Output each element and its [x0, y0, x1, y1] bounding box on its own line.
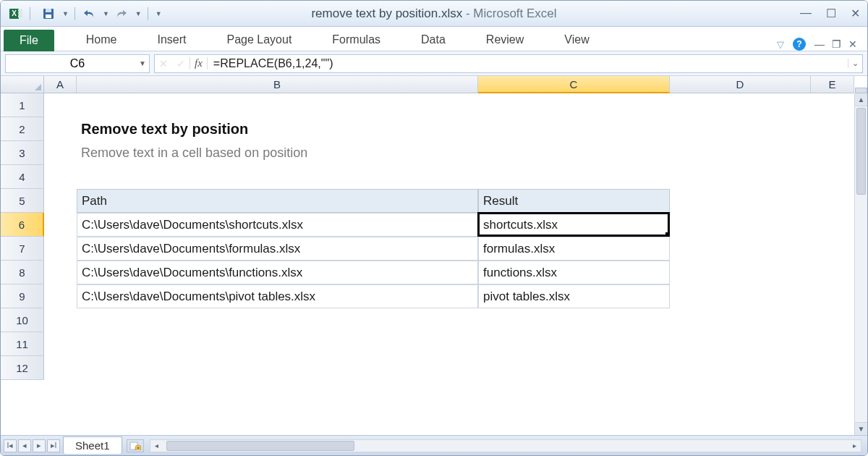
tab-view[interactable]: View — [556, 29, 597, 51]
col-header-E[interactable]: E — [811, 76, 854, 93]
cell-C5[interactable]: Result — [478, 189, 670, 213]
col-header-D[interactable]: D — [670, 76, 811, 93]
cell-B3[interactable]: Remove text in a cell based on position — [77, 141, 478, 165]
name-box[interactable]: C6 ▼ — [5, 54, 150, 73]
row-header-4[interactable]: 4 — [1, 165, 44, 189]
qat-more-icon[interactable]: ▼ — [156, 10, 162, 17]
scroll-right-icon[interactable]: ▸ — [848, 440, 861, 452]
excel-icon: X — [8, 6, 24, 22]
row-header-12[interactable]: 12 — [1, 356, 44, 380]
sheet-tab-active[interactable]: Sheet1 — [63, 436, 122, 454]
cell-C7[interactable]: formulas.xlsx — [478, 237, 670, 261]
sheet-nav-last-icon[interactable]: ▸l — [47, 439, 60, 452]
formula-bar: C6 ▼ ✕ ✓ fx =REPLACE(B6,1,24,"") ⌄ — [1, 51, 867, 76]
cell-C9[interactable]: pivot tables.xlsx — [478, 284, 670, 308]
cell-B9[interactable]: C:\Users\dave\Documents\pivot tables.xls… — [77, 284, 478, 308]
sheet-nav-prev-icon[interactable]: ◂ — [18, 439, 31, 452]
fx-cancel-icon[interactable]: ✕ — [155, 58, 172, 69]
row-header-8[interactable]: 8 — [1, 261, 44, 284]
sheet-navigation: l◂ ◂ ▸ ▸l — [1, 436, 63, 455]
tab-formulas[interactable]: Formulas — [323, 29, 389, 51]
close-button[interactable]: ✕ — [851, 7, 860, 20]
sheet-nav-next-icon[interactable]: ▸ — [33, 439, 46, 452]
row-header-3[interactable]: 3 — [1, 141, 44, 165]
spreadsheet-grid: ABCDE 123456789101112 Remove text by pos… — [1, 76, 867, 435]
cell-B6[interactable]: C:\Users\dave\Documents\shortcuts.xlsx — [77, 213, 478, 237]
redo-dropdown-icon[interactable]: ▼ — [135, 10, 142, 17]
vertical-scrollbar[interactable]: ▲ ▼ — [854, 93, 867, 435]
cell-B2[interactable]: Remove text by position — [77, 117, 478, 141]
formula-input[interactable]: =REPLACE(B6,1,24,"") — [208, 57, 848, 70]
scroll-left-icon[interactable]: ◂ — [150, 440, 163, 452]
horizontal-scrollbar[interactable]: ◂ ▸ — [150, 439, 861, 452]
ribbon: File Home Insert Page Layout Formulas Da… — [1, 27, 867, 51]
help-icon[interactable]: ? — [793, 38, 806, 51]
row-header-9[interactable]: 9 — [1, 284, 44, 308]
tab-home[interactable]: Home — [77, 29, 126, 51]
svg-rect-7 — [46, 14, 51, 18]
cell-C6[interactable]: shortcuts.xlsx — [478, 213, 670, 237]
tab-page-layout[interactable]: Page Layout — [218, 29, 300, 51]
titlebar: X ▼ ▼ ▼ ▼ remove text by position.xlsx -… — [1, 1, 867, 27]
qat-customize-icon[interactable]: ▼ — [62, 10, 69, 17]
row-header-1[interactable]: 1 — [1, 93, 44, 117]
split-handle[interactable] — [855, 88, 867, 93]
tab-review[interactable]: Review — [477, 29, 532, 51]
minimize-button[interactable]: ― — [800, 7, 812, 20]
svg-rect-6 — [46, 9, 51, 12]
workbook-restore-icon[interactable]: ❐ — [832, 38, 841, 50]
col-header-A[interactable]: A — [44, 76, 77, 93]
tab-data[interactable]: Data — [412, 29, 454, 51]
svg-text:X: X — [12, 9, 17, 17]
window-title: remove text by position.xlsx - Microsoft… — [311, 7, 556, 21]
maximize-button[interactable]: ☐ — [826, 7, 836, 20]
new-sheet-button[interactable] — [127, 439, 144, 452]
cell-C8[interactable]: functions.xlsx — [478, 261, 670, 284]
statusbar: l◂ ◂ ▸ ▸l Sheet1 ◂ ▸ — [1, 435, 867, 455]
select-all-corner[interactable] — [1, 76, 44, 93]
scroll-down-icon[interactable]: ▼ — [855, 422, 867, 435]
scroll-up-icon[interactable]: ▲ — [855, 93, 867, 106]
formula-expand-icon[interactable]: ⌄ — [848, 59, 862, 68]
svg-rect-3 — [18, 12, 22, 14]
svg-rect-4 — [18, 15, 22, 17]
row-header-6[interactable]: 6 — [1, 213, 44, 237]
scroll-thumb[interactable] — [856, 108, 866, 195]
fx-accept-icon[interactable]: ✓ — [172, 58, 190, 69]
sheet-nav-first-icon[interactable]: l◂ — [4, 439, 17, 452]
excel-window: X ▼ ▼ ▼ ▼ remove text by position.xlsx -… — [0, 0, 868, 456]
file-tab[interactable]: File — [4, 30, 54, 51]
col-header-C[interactable]: C — [478, 76, 670, 93]
tab-insert[interactable]: Insert — [148, 29, 195, 51]
svg-rect-2 — [18, 9, 22, 12]
row-header-7[interactable]: 7 — [1, 237, 44, 261]
row-header-2[interactable]: 2 — [1, 117, 44, 141]
cell-B5[interactable]: Path — [77, 189, 478, 213]
cell-B8[interactable]: C:\Users\dave\Documents\functions.xlsx — [77, 261, 478, 284]
fx-icon[interactable]: fx — [190, 57, 208, 69]
row-header-5[interactable]: 5 — [1, 189, 44, 213]
row-header-11[interactable]: 11 — [1, 332, 44, 356]
name-box-dropdown-icon[interactable]: ▼ — [139, 59, 146, 67]
workbook-close-icon[interactable]: ✕ — [848, 38, 857, 50]
save-button[interactable] — [41, 6, 56, 22]
ribbon-minimize-icon[interactable]: ▽ — [777, 39, 784, 50]
undo-dropdown-icon[interactable]: ▼ — [103, 10, 109, 17]
workbook-minimize-icon[interactable]: ― — [814, 38, 825, 50]
quick-access-toolbar: ▼ ▼ ▼ ▼ — [41, 6, 162, 22]
undo-button[interactable] — [81, 6, 97, 22]
redo-button[interactable] — [114, 6, 129, 22]
row-header-10[interactable]: 10 — [1, 308, 44, 332]
cell-B7[interactable]: C:\Users\dave\Documents\formulas.xlsx — [77, 237, 478, 261]
col-header-B[interactable]: B — [77, 76, 478, 93]
hscroll-thumb[interactable] — [166, 441, 354, 451]
